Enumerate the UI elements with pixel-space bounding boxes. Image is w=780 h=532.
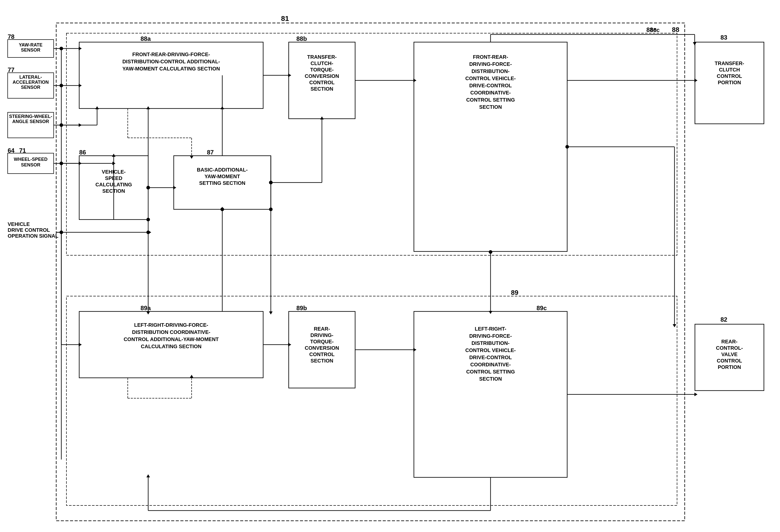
svg-rect-83 bbox=[695, 324, 764, 390]
svg-text:SECTION: SECTION bbox=[479, 376, 502, 382]
svg-text:CLUTCH-: CLUTCH- bbox=[311, 60, 333, 66]
svg-text:PORTION: PORTION bbox=[718, 79, 741, 85]
label-88b: 88b bbox=[296, 35, 307, 42]
svg-text:DISTRIBUTION COORDINATIVE-: DISTRIBUTION COORDINATIVE- bbox=[132, 329, 210, 335]
svg-text:CONTROL: CONTROL bbox=[717, 73, 742, 79]
svg-text:ANGLE SENSOR: ANGLE SENSOR bbox=[12, 119, 49, 124]
label-71: 71 bbox=[19, 147, 26, 154]
svg-text:SENSOR: SENSOR bbox=[21, 85, 40, 90]
svg-text:LEFT-RIGHT-DRIVING-FORCE-: LEFT-RIGHT-DRIVING-FORCE- bbox=[134, 322, 208, 328]
svg-text:SETTING SECTION: SETTING SECTION bbox=[199, 180, 245, 186]
svg-text:CONTROL: CONTROL bbox=[309, 79, 335, 85]
svg-text:YAW-MOMENT: YAW-MOMENT bbox=[205, 174, 240, 179]
svg-marker-170 bbox=[673, 324, 676, 327]
svg-point-152 bbox=[146, 230, 150, 234]
svg-point-149 bbox=[146, 218, 150, 221]
label-82: 82 bbox=[721, 316, 727, 323]
svg-text:REAR-: REAR- bbox=[314, 326, 330, 332]
diagram: 81 88 88c 89 YAW-RATE SENSOR 78 LATERAL-… bbox=[0, 0, 780, 532]
yaw-rate-sensor-label: YAW-RATE bbox=[19, 42, 43, 48]
svg-text:SECTION: SECTION bbox=[311, 86, 333, 92]
label-88a: 88a bbox=[141, 35, 151, 42]
svg-text:TORQUE-: TORQUE- bbox=[310, 339, 334, 344]
svg-text:TORQUE-: TORQUE- bbox=[310, 67, 334, 72]
svg-text:CALCULATING SECTION: CALCULATING SECTION bbox=[141, 343, 201, 349]
svg-text:COORDINATIVE-: COORDINATIVE- bbox=[470, 90, 511, 96]
svg-point-137 bbox=[489, 250, 492, 254]
svg-marker-143 bbox=[694, 392, 697, 396]
svg-text:DRIVING-: DRIVING- bbox=[310, 332, 333, 338]
svg-text:DRIVE CONTROL: DRIVE CONTROL bbox=[8, 227, 50, 233]
svg-text:CONTROL VEHICLE-: CONTROL VEHICLE- bbox=[465, 348, 516, 353]
svg-text:OPERATION SIGNAL: OPERATION SIGNAL bbox=[8, 233, 58, 239]
svg-point-167 bbox=[221, 208, 224, 211]
svg-text:LATERAL-: LATERAL- bbox=[19, 74, 42, 79]
label-81: 81 bbox=[281, 14, 289, 22]
svg-text:WHEEL-SPEED: WHEEL-SPEED bbox=[14, 157, 48, 162]
label-77: 77 bbox=[8, 66, 14, 73]
svg-text:ACCELERATION: ACCELERATION bbox=[12, 79, 49, 85]
svg-text:SECTION: SECTION bbox=[479, 104, 502, 110]
yaw-rate-sensor-label2: SENSOR bbox=[21, 48, 40, 53]
label-87: 87 bbox=[207, 149, 214, 156]
svg-point-129 bbox=[269, 181, 273, 184]
svg-text:LEFT-RIGHT-: LEFT-RIGHT- bbox=[475, 326, 506, 332]
svg-text:88c: 88c bbox=[650, 27, 660, 33]
svg-text:CONTROL SETTING: CONTROL SETTING bbox=[466, 97, 515, 103]
svg-text:CONTROL: CONTROL bbox=[717, 358, 742, 364]
svg-text:COORDINATIVE-: COORDINATIVE- bbox=[470, 362, 511, 367]
svg-text:SENSOR: SENSOR bbox=[21, 162, 40, 167]
svg-text:CONTROL: CONTROL bbox=[309, 352, 335, 357]
svg-text:DISTRIBUTION-: DISTRIBUTION- bbox=[472, 340, 510, 346]
svg-text:REAR-: REAR- bbox=[721, 339, 737, 344]
label-78: 78 bbox=[8, 33, 14, 40]
svg-text:SECTION: SECTION bbox=[311, 358, 333, 364]
svg-text:CONTROL-: CONTROL- bbox=[716, 345, 743, 351]
svg-marker-160 bbox=[146, 474, 150, 477]
svg-text:DISTRIBUTION-CONTROL ADDITIONA: DISTRIBUTION-CONTROL ADDITIONAL- bbox=[123, 59, 220, 64]
svg-marker-145 bbox=[269, 311, 273, 315]
svg-text:TRANSFER-: TRANSFER- bbox=[307, 54, 337, 60]
svg-text:TRANSFER-: TRANSFER- bbox=[715, 60, 744, 66]
svg-text:VEHICLE: VEHICLE bbox=[8, 221, 30, 227]
label-89c: 89c bbox=[537, 305, 547, 311]
label-89b: 89b bbox=[296, 305, 307, 311]
label-64: 64 bbox=[8, 147, 14, 154]
svg-text:BASIC-ADDITIONAL-: BASIC-ADDITIONAL- bbox=[197, 167, 248, 172]
svg-text:CLUTCH: CLUTCH bbox=[719, 67, 740, 72]
svg-text:STEERING-WHEEL-: STEERING-WHEEL- bbox=[9, 114, 52, 119]
svg-text:FRONT-REAR-: FRONT-REAR- bbox=[473, 54, 508, 60]
svg-text:CONTROL SETTING: CONTROL SETTING bbox=[466, 369, 515, 374]
svg-text:CONVERSION: CONVERSION bbox=[305, 345, 339, 351]
svg-text:PORTION: PORTION bbox=[718, 364, 741, 370]
svg-point-171 bbox=[566, 145, 569, 149]
label-86: 86 bbox=[79, 149, 86, 156]
label-83: 83 bbox=[721, 34, 727, 41]
svg-point-120 bbox=[146, 186, 150, 190]
svg-text:CONTROL VEHICLE-: CONTROL VEHICLE- bbox=[465, 75, 516, 81]
svg-text:CONTROL ADDITIONAL-YAW-MOMENT: CONTROL ADDITIONAL-YAW-MOMENT bbox=[124, 336, 219, 342]
svg-text:FRONT-REAR-DRIVING-FORCE-: FRONT-REAR-DRIVING-FORCE- bbox=[132, 52, 210, 57]
svg-text:CONVERSION: CONVERSION bbox=[305, 73, 339, 79]
label-89a: 89a bbox=[141, 305, 151, 311]
svg-text:DRIVE-CONTROL: DRIVE-CONTROL bbox=[469, 83, 512, 88]
svg-text:VALVE: VALVE bbox=[721, 352, 738, 357]
svg-text:YAW-MOMENT CALCULATING SECTION: YAW-MOMENT CALCULATING SECTION bbox=[123, 66, 220, 71]
svg-point-146 bbox=[269, 208, 273, 211]
svg-text:DISTRIBUTION-: DISTRIBUTION- bbox=[472, 68, 510, 74]
svg-text:DRIVING-FORCE-: DRIVING-FORCE- bbox=[469, 333, 512, 339]
svg-text:DRIVING-FORCE-: DRIVING-FORCE- bbox=[469, 61, 512, 67]
label-89: 89 bbox=[511, 289, 519, 297]
label-88: 88 bbox=[672, 26, 679, 34]
svg-marker-154 bbox=[112, 154, 115, 157]
svg-text:DRIVE-CONTROL: DRIVE-CONTROL bbox=[469, 355, 512, 360]
